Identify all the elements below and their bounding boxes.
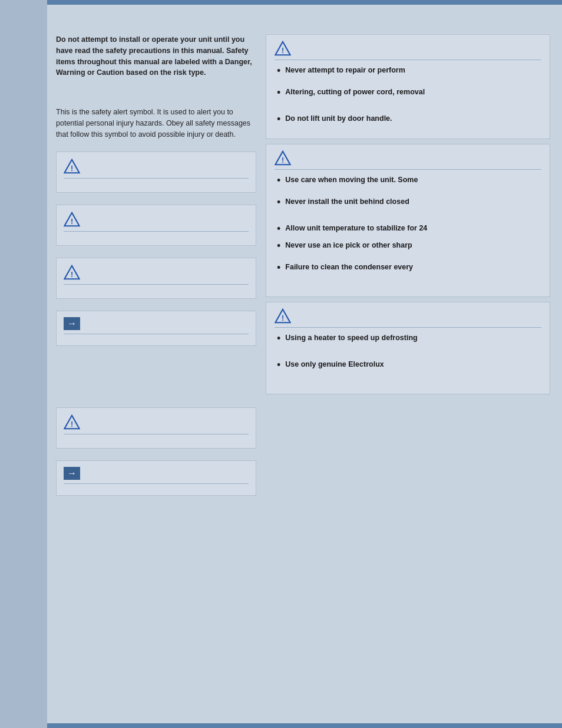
notice-box-1 (56, 311, 256, 346)
bullet-dot-2-2: • (277, 197, 280, 207)
bullet-3-1: • Using a heater to speed up defrosting (275, 332, 541, 344)
right-section-3-header: ! (275, 308, 541, 328)
bullet-text-3-2: Use only genuine Electrolux (285, 359, 384, 370)
warning-box-1-header: ! (64, 158, 249, 179)
bullet-dot-2-1: • (277, 175, 280, 186)
warning-box-2: ! (56, 205, 256, 246)
content-area: Do not attempt to install or operate you… (0, 5, 562, 723)
bullet-text-1-3: Do not lift unit by door handle. (285, 113, 392, 124)
warning-box-1: ! (56, 151, 256, 193)
right-section-1: ! • Never attempt to repair or perform •… (266, 34, 550, 139)
top-bar (0, 0, 562, 5)
bullet-3-2: • Use only genuine Electrolux (275, 359, 541, 370)
svg-text:!: ! (71, 218, 73, 226)
notice-box-2-header (64, 467, 249, 484)
left-column: Do not attempt to install or operate you… (56, 17, 256, 711)
right-section-2-header: ! (275, 150, 541, 170)
right-column: ! • Never attempt to repair or perform •… (266, 17, 550, 711)
bullet-dot-2-5: • (277, 262, 280, 273)
bullet-1-1: • Never attempt to repair or perform (275, 65, 541, 76)
bottom-bar (0, 723, 562, 728)
section2-warning-icon: ! (275, 150, 291, 166)
notice-box-1-header (64, 317, 249, 334)
warning-icon-1: ! (64, 158, 80, 174)
svg-text:!: ! (71, 420, 73, 429)
right-section-2: ! • Use care when moving the unit. Some … (266, 144, 550, 297)
notice-box-2 (56, 460, 256, 496)
arrow-icon-2 (64, 467, 80, 480)
bullet-2-5: • Failure to clean the condenser every (275, 262, 541, 273)
bullet-text-2-3: Allow unit temperature to stabilize for … (285, 223, 427, 234)
bullet-text-2-1: Use care when moving the unit. Some (285, 174, 418, 186)
bullet-2-3: • Allow unit temperature to stabilize fo… (275, 223, 541, 234)
right-section-1-header: ! (275, 41, 541, 60)
bullet-dot-2-4: • (277, 241, 280, 251)
bullet-text-2-5: Failure to clean the condenser every (285, 262, 413, 273)
svg-text:!: ! (71, 164, 73, 173)
bullet-text-1-2: Altering, cutting of power cord, removal (285, 87, 425, 98)
bullet-text-1-1: Never attempt to repair or perform (285, 65, 405, 76)
bullet-1-2: • Altering, cutting of power cord, remov… (275, 87, 541, 98)
bullet-dot-1-1: • (277, 65, 280, 76)
section1-warning-icon: ! (275, 41, 291, 56)
bullet-dot-3-1: • (277, 333, 280, 344)
intro-text-1: Do not attempt to install or operate you… (56, 34, 256, 78)
right-section-3: ! • Using a heater to speed up defrostin… (266, 302, 550, 394)
bullet-2-2: • Never install the unit behind closed (275, 196, 541, 207)
svg-text:!: ! (71, 271, 73, 279)
warning-icon-3: ! (64, 264, 80, 281)
bullet-text-3-1: Using a heater to speed up defrosting (285, 332, 417, 344)
svg-text:!: ! (282, 47, 284, 55)
svg-text:!: ! (282, 314, 284, 322)
warning-icon-2: ! (64, 211, 80, 228)
bullet-dot-3-2: • (277, 360, 280, 370)
svg-text:!: ! (282, 156, 284, 164)
warning-box-4-header: ! (64, 414, 249, 434)
bullet-text-2-2: Never install the unit behind closed (285, 196, 409, 207)
bullet-dot-1-3: • (277, 114, 280, 124)
bullet-dot-1-2: • (277, 87, 280, 98)
warning-box-4: ! (56, 407, 256, 449)
arrow-icon-1 (64, 317, 80, 330)
bullet-2-1: • Use care when moving the unit. Some (275, 174, 541, 186)
section3-warning-icon: ! (275, 308, 291, 324)
bullet-1-3: • Do not lift unit by door handle. (275, 113, 541, 124)
warning-box-2-header: ! (64, 211, 249, 232)
bullet-text-2-4: Never use an ice pick or other sharp (285, 240, 412, 251)
warning-box-3-header: ! (64, 264, 249, 285)
warning-icon-4: ! (64, 414, 80, 430)
bullet-dot-2-3: • (277, 223, 280, 234)
warning-box-3: ! (56, 258, 256, 299)
intro-text-2: This is the safety alert symbol. It is u… (56, 107, 256, 140)
bullet-2-4: • Never use an ice pick or other sharp (275, 240, 541, 251)
